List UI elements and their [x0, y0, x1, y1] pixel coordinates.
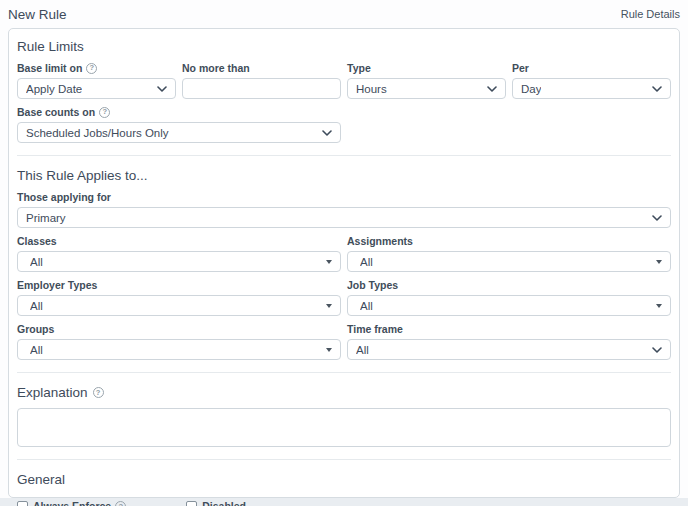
- section-divider: [17, 459, 671, 460]
- job-types-label: Job Types: [347, 279, 671, 291]
- field-base-counts-on: Base counts on ? Scheduled Jobs/Hours On…: [17, 106, 341, 143]
- always-enforce-label-text: Always Enforce: [33, 500, 111, 506]
- field-time-frame: Time frame All: [347, 323, 671, 360]
- always-enforce-checkbox[interactable]: [17, 501, 28, 506]
- field-those-applying-for: Those applying for Primary: [17, 191, 671, 228]
- assignments-label-text: Assignments: [347, 235, 413, 247]
- type-label-text: Type: [347, 62, 371, 74]
- groups-label-text: Groups: [17, 323, 54, 335]
- employer-types-label-text: Employer Types: [17, 279, 97, 291]
- topbar: New Rule Rule Details: [8, 0, 680, 28]
- no-more-than-label-text: No more than: [182, 62, 250, 74]
- base-limit-on-label-text: Base limit on: [17, 62, 82, 74]
- those-applying-for-select[interactable]: Primary: [17, 207, 671, 228]
- field-no-more-than: No more than: [182, 62, 341, 99]
- select-value: Day: [521, 83, 541, 95]
- groups-label: Groups: [17, 323, 341, 335]
- general-checkbox-row: Always Enforce ? Disabled: [17, 500, 671, 506]
- employer-types-label: Employer Types: [17, 279, 341, 291]
- select-value: All: [30, 300, 43, 312]
- disabled-option[interactable]: Disabled: [186, 500, 246, 506]
- job-types-select[interactable]: All: [347, 295, 671, 316]
- those-applying-for-label-text: Those applying for: [17, 191, 111, 203]
- no-more-than-input[interactable]: [182, 78, 341, 99]
- dropdown-arrow-icon: [656, 260, 662, 264]
- those-applying-for-label: Those applying for: [17, 191, 671, 203]
- select-value: All: [360, 256, 373, 268]
- type-select[interactable]: Hours: [347, 78, 506, 99]
- select-value: Hours: [356, 83, 387, 95]
- base-counts-on-label-text: Base counts on: [17, 106, 95, 118]
- rule-limits-heading: Rule Limits: [17, 39, 671, 54]
- explanation-heading: Explanation ?: [17, 385, 671, 400]
- rule-limits-row-1: Base limit on ? Apply Date No more than: [17, 62, 671, 99]
- select-value: Primary: [26, 212, 66, 224]
- field-base-limit-on: Base limit on ? Apply Date: [17, 62, 176, 99]
- classes-select[interactable]: All: [17, 251, 341, 272]
- applies-to-heading: This Rule Applies to...: [17, 168, 671, 183]
- explanation-textarea[interactable]: [17, 408, 671, 447]
- dropdown-arrow-icon: [326, 304, 332, 308]
- field-type: Type Hours: [347, 62, 506, 99]
- chevron-down-icon: [322, 130, 332, 136]
- chevron-down-icon: [652, 347, 662, 353]
- chevron-down-icon: [157, 86, 167, 92]
- section-divider: [17, 372, 671, 373]
- always-enforce-option[interactable]: Always Enforce ?: [17, 500, 126, 506]
- applies-to-row-2: Employer Types All Job Types All: [17, 279, 671, 316]
- chevron-down-icon: [652, 215, 662, 221]
- groups-select[interactable]: All: [17, 339, 341, 360]
- rule-limits-heading-text: Rule Limits: [17, 39, 84, 54]
- disabled-label-text: Disabled: [202, 500, 246, 506]
- help-icon[interactable]: ?: [115, 501, 126, 506]
- applies-to-heading-text: This Rule Applies to...: [17, 168, 148, 183]
- field-assignments: Assignments All: [347, 235, 671, 272]
- applies-to-row-1: Classes All Assignments All: [17, 235, 671, 272]
- help-icon[interactable]: ?: [86, 63, 97, 74]
- type-label: Type: [347, 62, 506, 74]
- base-counts-on-label: Base counts on ?: [17, 106, 341, 118]
- base-counts-on-select[interactable]: Scheduled Jobs/Hours Only: [17, 122, 341, 143]
- select-value: All: [360, 300, 373, 312]
- field-per: Per Day: [512, 62, 671, 99]
- disabled-label: Disabled: [202, 500, 246, 506]
- employer-types-select[interactable]: All: [17, 295, 341, 316]
- no-more-than-label: No more than: [182, 62, 341, 74]
- page: New Rule Rule Details Rule Limits Base l…: [0, 0, 688, 498]
- applies-to-row-3: Groups All Time frame All: [17, 323, 671, 360]
- base-limit-on-label: Base limit on ?: [17, 62, 176, 74]
- job-types-label-text: Job Types: [347, 279, 398, 291]
- explanation-heading-text: Explanation: [17, 385, 88, 400]
- dropdown-arrow-icon: [656, 304, 662, 308]
- always-enforce-label: Always Enforce ?: [33, 500, 126, 506]
- per-label: Per: [512, 62, 671, 74]
- time-frame-label: Time frame: [347, 323, 671, 335]
- select-value: Apply Date: [26, 83, 82, 95]
- field-job-types: Job Types All: [347, 279, 671, 316]
- new-rule-panel: Rule Limits Base limit on ? Apply Date N…: [8, 28, 680, 498]
- assignments-label: Assignments: [347, 235, 671, 247]
- dropdown-arrow-icon: [326, 348, 332, 352]
- general-heading-text: General: [17, 472, 65, 487]
- rule-details-link[interactable]: Rule Details: [621, 8, 680, 20]
- assignments-select[interactable]: All: [347, 251, 671, 272]
- section-divider: [17, 155, 671, 156]
- base-limit-on-select[interactable]: Apply Date: [17, 78, 176, 99]
- general-heading: General: [17, 472, 671, 487]
- field-employer-types: Employer Types All: [17, 279, 341, 316]
- dropdown-arrow-icon: [326, 260, 332, 264]
- disabled-checkbox[interactable]: [186, 501, 197, 506]
- per-select[interactable]: Day: [512, 78, 671, 99]
- field-classes: Classes All: [17, 235, 341, 272]
- classes-label: Classes: [17, 235, 341, 247]
- help-icon[interactable]: ?: [99, 107, 110, 118]
- chevron-down-icon: [487, 86, 497, 92]
- field-groups: Groups All: [17, 323, 341, 360]
- select-value: All: [30, 344, 43, 356]
- time-frame-select[interactable]: All: [347, 339, 671, 360]
- chevron-down-icon: [652, 86, 662, 92]
- help-icon[interactable]: ?: [93, 387, 104, 398]
- select-value: Scheduled Jobs/Hours Only: [26, 127, 169, 139]
- select-value: All: [30, 256, 43, 268]
- select-value: All: [356, 344, 369, 356]
